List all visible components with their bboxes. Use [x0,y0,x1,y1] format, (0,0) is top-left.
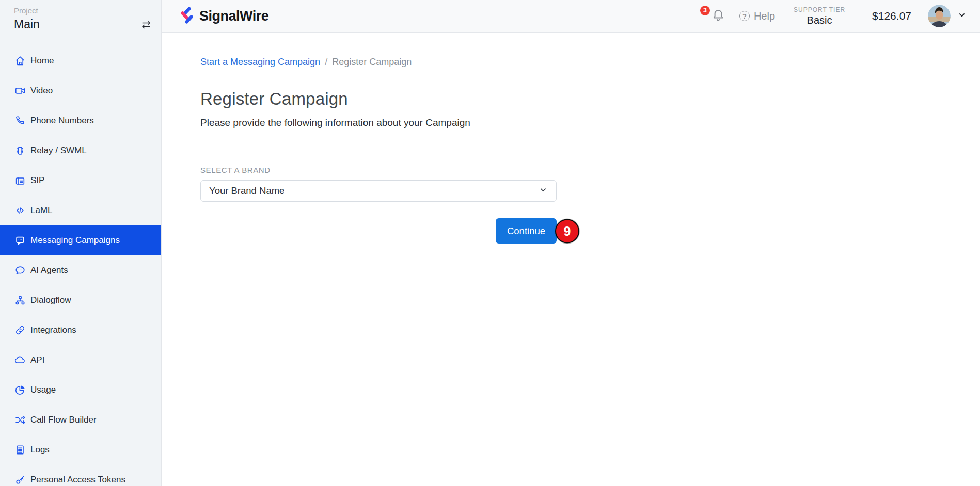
key-icon [14,474,26,485]
code-icon [14,205,26,216]
sidebar-item-label: Relay / SWML [30,145,87,156]
main-content: Start a Messaging Campaign / Register Ca… [162,33,980,486]
home-icon [14,55,26,67]
brand-select-value: Your Brand Name [209,185,284,197]
help-label: Help [754,10,775,22]
sidebar-item-label: Dialogflow [30,295,71,305]
sidebar-item-api[interactable]: API [0,345,161,375]
sidebar-item-label: Call Flow Builder [30,415,97,425]
account-menu[interactable] [928,5,967,27]
sidebar-item-usage[interactable]: Usage [0,375,161,405]
sidebar-item-label: LāML [30,205,53,216]
sidebar-item-label: Messaging Campaigns [30,235,120,246]
switch-project-icon[interactable] [140,19,152,33]
link-icon [14,325,26,336]
form-actions: Continue 9 [200,218,557,244]
breadcrumb-separator: / [325,57,327,68]
signalwire-wordmark: SignalWire [199,8,268,24]
page-subtitle: Please provide the following information… [200,117,959,128]
sidebar-item-home[interactable]: Home [0,46,161,76]
sidebar-item-label: SIP [30,175,44,186]
cloud-icon [14,354,26,366]
top-bar: SignalWire 3 ? Help SUPPORT TIER Basic [162,0,980,33]
sidebar-item-logs[interactable]: Logs [0,435,161,465]
account-balance: $126.07 [872,10,911,22]
select-chevron-down-icon [539,185,548,197]
desk-phone-icon [14,175,26,186]
project-name: Main [14,18,40,31]
speech-bubble-icon [14,265,26,276]
sidebar-item-label: Logs [30,445,50,455]
sidebar-item-video[interactable]: Video [0,76,161,106]
page-title: Register Campaign [200,89,959,109]
sidebar-item-label: Video [30,86,53,96]
sidebar: Project Main Home [0,0,162,486]
sidebar-item-dialogflow[interactable]: Dialogflow [0,285,161,315]
pie-chart-icon [14,384,26,396]
sidebar-item-label: AI Agents [30,265,68,276]
sitemap-icon [14,295,26,306]
sidebar-item-label: Home [30,56,54,66]
sidebar-item-ai-agents[interactable]: AI Agents [0,255,161,285]
notifications-button[interactable]: 3 [700,8,725,24]
sidebar-item-call-flow-builder[interactable]: Call Flow Builder [0,405,161,435]
sidebar-item-label: Phone Numbers [30,116,94,126]
sidebar-item-relay-swml[interactable]: Relay / SWML [0,136,161,166]
sidebar-nav: Home Video Phone Numbers [0,46,161,486]
annotation-step-marker: 9 [555,219,579,243]
breadcrumb-link-start-messaging-campaign[interactable]: Start a Messaging Campaign [200,57,320,68]
project-switcher-row: Project Main [0,6,161,33]
signalwire-logo-icon [177,5,195,27]
question-mark-icon: ? [739,11,750,21]
sidebar-item-personal-access-tokens[interactable]: Personal Access Tokens [0,465,161,486]
project-label: Project [14,6,40,15]
avatar [928,5,951,27]
support-tier: SUPPORT TIER Basic [794,6,845,26]
shuffle-icon [14,414,26,426]
video-camera-icon [14,85,26,96]
sidebar-item-messaging-campaigns[interactable]: Messaging Campaigns [0,225,161,255]
breadcrumb-current: Register Campaign [332,57,412,68]
help-button[interactable]: ? Help [739,10,775,22]
sidebar-item-phone-numbers[interactable]: Phone Numbers [0,106,161,136]
document-icon [14,444,26,456]
app-root: Project Main Home [0,0,980,486]
phone-icon [14,115,26,126]
notification-count-badge: 3 [700,6,710,15]
chip-icon [14,145,26,156]
breadcrumb: Start a Messaging Campaign / Register Ca… [200,57,959,68]
bell-icon [711,8,725,24]
sidebar-item-label: Personal Access Tokens [30,475,125,485]
sidebar-item-label: Integrations [30,325,76,335]
sidebar-item-sip[interactable]: SIP [0,166,161,196]
sidebar-item-laml[interactable]: LāML [0,196,161,225]
sidebar-item-integrations[interactable]: Integrations [0,315,161,345]
support-tier-value: Basic [794,14,845,26]
chat-bubble-icon [14,235,26,246]
sidebar-item-label: Usage [30,385,56,395]
brand-select[interactable]: Your Brand Name [200,180,557,202]
signalwire-logo[interactable]: SignalWire [177,5,268,27]
register-campaign-form: SELECT A BRAND Your Brand Name Continue … [200,166,557,244]
select-brand-label: SELECT A BRAND [200,166,557,174]
sidebar-item-label: API [30,355,44,365]
main-column: SignalWire 3 ? Help SUPPORT TIER Basic [162,0,980,486]
chevron-down-icon [957,10,967,22]
support-tier-label: SUPPORT TIER [794,6,845,13]
continue-button[interactable]: Continue [496,218,557,244]
